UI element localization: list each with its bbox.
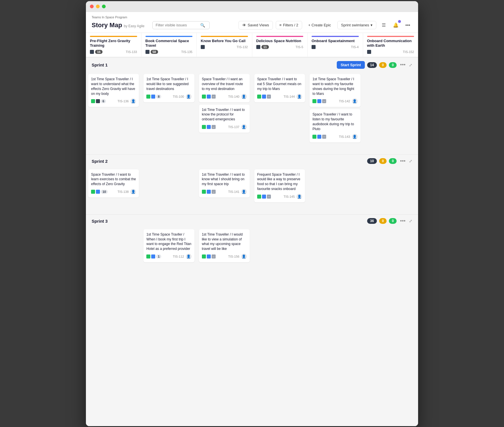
dash-icon: – — [212, 125, 216, 129]
card-tis136-text: 1st Time Space Traveller / I want to und… — [91, 77, 136, 96]
card-tis142[interactable]: 1st Time Space Traveller / I want to wat… — [310, 74, 360, 107]
card-tis138-id: TIS-138 — [117, 190, 129, 193]
epic-title-5: Onboard Spacetainment — [312, 39, 359, 44]
story-icon — [202, 190, 206, 194]
sprint-2-yellow-count: 0 — [379, 158, 387, 164]
card-tis136-id: TIS-136 — [117, 99, 129, 103]
card-tis100-avatar: 👤 — [186, 94, 192, 99]
sprint-3-header: Sprint 3 36 0 0 ••• ⤢ — [86, 214, 418, 228]
notification-button[interactable]: 🔔 — [391, 21, 400, 30]
sprint-3-green-count: 0 — [389, 218, 397, 224]
card-tis100[interactable]: 1st Time Space Traveller / I would like … — [143, 74, 194, 102]
card-tis145-text: Frequent Space Traveller / I would like … — [257, 172, 302, 191]
story-icon — [312, 99, 316, 103]
sprint-1-cards-row: 1st Time Space Traveller / I want to und… — [86, 72, 418, 147]
maximize-button[interactable] — [102, 5, 106, 8]
card-tis142-id: TIS-142 — [339, 99, 350, 103]
epic-title-4: Delicious Space Nutrition — [256, 39, 304, 44]
dash-icon: – — [212, 190, 216, 194]
sprint-3-expand-button[interactable]: ⤢ — [409, 219, 412, 223]
card-tis112-badge: 1 — [156, 254, 161, 258]
card-tis144[interactable]: Space Traveller / I want to eat 5 Star G… — [254, 74, 305, 102]
sprint-2-actions: 10 0 0 ••• ⤢ — [367, 158, 412, 164]
filter-visible-issues-input[interactable] — [155, 23, 198, 27]
sprint-swimlanes-button[interactable]: Sprint swimlanes ▾ — [337, 21, 376, 29]
story-icon — [91, 99, 95, 103]
card-tis156[interactable]: 1st Time Traveller / I would like to vie… — [199, 229, 250, 262]
sprint-2-col-2 — [141, 168, 196, 206]
sprint-2-expand-button[interactable]: ⤢ — [409, 159, 412, 163]
card-tis142-footer: – TIS-142 👤 — [312, 98, 357, 104]
sprint-2-green-count: 0 — [389, 158, 397, 164]
sprint-1-total-count: 14 — [367, 62, 377, 68]
epic-title-2: Book Commercial Space Travel — [145, 39, 193, 48]
filter-icon: ≡ — [279, 23, 282, 27]
card-tis112-icons: 1 — [146, 254, 161, 258]
search-icon: 🔍 — [200, 23, 205, 28]
sprint-1-more-button[interactable]: ••• — [399, 62, 407, 68]
type-icon — [207, 95, 211, 99]
card-tis144-id: TIS-144 — [284, 95, 295, 98]
eye-icon: 👁 — [242, 23, 246, 28]
story-icon — [257, 95, 261, 99]
sprint-2-col-5 — [307, 168, 363, 206]
card-tis145-id: TIS-145 — [284, 195, 295, 198]
card-tis136-badge: 6 — [101, 99, 106, 103]
sprint-3-col-2: 1st Time Space Travller / When I book my… — [141, 228, 196, 266]
close-button[interactable] — [90, 5, 94, 8]
page-title: Story Map by Easy Agile — [92, 21, 144, 29]
epic-col-6: Onboard Communication with Earth TIS-152 — [363, 33, 418, 57]
epic-title-6: Onboard Communication with Earth — [367, 39, 414, 48]
story-icon — [91, 190, 95, 194]
sprint-1-col-2: 1st Time Space Traveller / I would like … — [141, 72, 196, 146]
card-tis144-footer: – TIS-144 👤 — [257, 94, 302, 99]
type-icon — [207, 190, 211, 194]
sprint-3-more-button[interactable]: ••• — [399, 218, 407, 224]
create-epic-button[interactable]: + Create Epic — [305, 21, 334, 29]
sprint-1-col-5: 1st Time Space Traveller / I want to wat… — [307, 72, 363, 146]
card-tis137-text: 1st Time Traveller / I want to know the … — [202, 107, 247, 122]
list-view-button[interactable]: ☰ — [379, 21, 388, 30]
chevron-down-icon: ▾ — [371, 23, 373, 27]
sprint-1-expand-button[interactable]: ⤢ — [409, 63, 412, 67]
card-tis100-icons: 8 — [146, 95, 161, 99]
sprint-3-yellow-count: 0 — [379, 218, 387, 224]
card-tis141[interactable]: 1st Time Traveller / I want to know what… — [199, 169, 250, 197]
epic-col-3: Know Before You Go Call TIS-132 — [197, 33, 252, 57]
dash-icon: – — [322, 99, 326, 103]
card-tis142-icons: – — [312, 99, 326, 103]
epic-badge-6 — [367, 50, 371, 54]
epic-col-2: Book Commercial Space Travel 58 TIS-135 — [141, 33, 197, 57]
sprint-2-section: Sprint 2 10 0 0 ••• ⤢ Space Traveller / … — [86, 154, 418, 207]
card-tis144-avatar: 👤 — [296, 94, 302, 99]
card-tis140-text: Space Traveller / I want an overview of … — [202, 77, 247, 91]
card-tis136[interactable]: 1st Time Space Traveller / I want to und… — [88, 74, 139, 107]
card-tis140[interactable]: Space Traveller / I want an overview of … — [199, 74, 250, 102]
card-tis112[interactable]: 1st Time Space Travller / When I book my… — [143, 229, 194, 262]
dash-icon: – — [267, 95, 271, 99]
card-tis138[interactable]: Space Traveller / I want to learn exerci… — [88, 169, 139, 197]
filters-button[interactable]: ≡ Filters / 2 — [276, 21, 302, 29]
sprint-3-col-4 — [252, 228, 307, 266]
epic-icon-2 — [145, 50, 149, 54]
sprint-2-col-4: Frequent Space Traveller / I would like … — [252, 168, 307, 206]
epic-icon-4 — [256, 45, 260, 49]
filter-input-wrapper[interactable]: 🔍 — [152, 21, 210, 29]
saved-views-button[interactable]: 👁 Saved Views — [239, 21, 273, 30]
sprint-2-cards-row: Space Traveller / I want to learn exerci… — [86, 168, 418, 207]
card-tis140-id: TIS-140 — [228, 95, 239, 98]
minimize-button[interactable] — [96, 5, 100, 8]
sprint-3-total-count: 36 — [367, 218, 377, 224]
card-tis100-badge: 8 — [156, 95, 161, 99]
start-sprint-button[interactable]: Start Sprint — [337, 61, 365, 69]
card-tis137-icons: – — [202, 125, 216, 129]
more-options-button[interactable]: ••• — [403, 21, 412, 30]
card-tis145[interactable]: Frequent Space Traveller / I would like … — [254, 169, 305, 202]
sprint-2-more-button[interactable]: ••• — [399, 158, 407, 164]
card-tis143[interactable]: Space Traveller / I want to listen to my… — [310, 109, 360, 142]
epic-bar-1 — [90, 36, 137, 37]
card-tis137[interactable]: 1st Time Traveller / I want to know the … — [199, 105, 250, 133]
card-tis136-footer: 6 TIS-136 👤 — [91, 98, 136, 104]
type-icon — [262, 95, 266, 99]
epic-meta-5: TIS-4 — [312, 45, 359, 49]
